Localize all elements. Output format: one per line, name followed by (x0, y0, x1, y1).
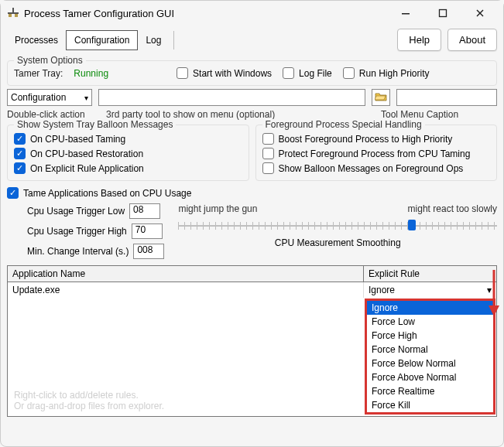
rules-grid[interactable]: Application Name Explicit Rule Update.ex… (7, 265, 497, 417)
balloon-cpu-restoration-checkbox[interactable]: On CPU-based Restoration (14, 148, 242, 159)
close-button[interactable] (469, 4, 491, 22)
foreground-protect-checkbox[interactable]: Protect Foreground Process from CPU Tami… (262, 148, 491, 159)
chevron-down-icon: ▾ (84, 94, 88, 102)
dblclick-caption: Double-click action (7, 109, 100, 120)
system-options-legend: System Options (14, 55, 86, 66)
log-file-checkbox[interactable]: Log File (283, 67, 332, 79)
grid-header: Application Name Explicit Rule (8, 266, 496, 282)
slider-right-label: might react too slowly (408, 203, 497, 214)
titlebar: Process Tamer Configuration GUI (1, 1, 503, 26)
balloon-legend: Show System Tray Balloon Messages (14, 119, 176, 130)
svg-rect-3 (15, 14, 18, 17)
app-window: Process Tamer Configuration GUI Processe… (0, 0, 504, 447)
rule-select-value: Ignore (369, 285, 395, 295)
log-file-label: Log File (299, 68, 332, 79)
svg-rect-4 (402, 13, 410, 15)
tab-configuration[interactable]: Configuration (66, 30, 138, 50)
rule-option-force-low[interactable]: Force Low (367, 315, 493, 329)
tamer-tray-label: Tamer Tray: (14, 68, 63, 79)
smoothing-caption: CPU Measurement Smoothing (178, 237, 497, 248)
dblclick-action-select[interactable]: Configuration ▾ (7, 89, 92, 106)
caption-row: Double-click action 3rd party tool to sh… (7, 109, 497, 120)
rule-option-force-above-normal[interactable]: Force Above Normal (367, 370, 493, 384)
rule-option-ignore[interactable]: Ignore (367, 301, 493, 315)
maximize-button[interactable] (432, 4, 454, 22)
tame-master-checkbox[interactable]: Tame Applications Based on CPU Usage (7, 187, 191, 199)
browse-button[interactable] (372, 89, 390, 106)
svg-rect-1 (8, 12, 19, 14)
trigger-high-input[interactable]: 70 (132, 224, 163, 239)
min-interval-input[interactable]: 008 (133, 244, 164, 259)
col-application-name[interactable]: Application Name (8, 266, 364, 282)
start-with-windows-checkbox[interactable]: Start with Windows (177, 67, 272, 79)
menu-caption-input[interactable] (396, 89, 497, 106)
folder-open-icon (375, 91, 387, 104)
rule-option-force-below-normal[interactable]: Force Below Normal (367, 357, 493, 370)
help-button[interactable]: Help (397, 29, 441, 51)
min-interval-label: Min. Change Interval (s.) (27, 246, 129, 257)
slider-left-label: might jump the gun (178, 203, 257, 214)
rule-option-force-realtime[interactable]: Force Realtime (367, 384, 493, 398)
svg-rect-0 (12, 8, 14, 12)
rule-option-force-high[interactable]: Force High (367, 329, 493, 343)
grid-hint: Right-click to add/delete rules. Or drag… (14, 390, 164, 411)
app-icon (7, 7, 19, 19)
slider-thumb[interactable] (408, 220, 416, 230)
foreground-balloon-checkbox[interactable]: Show Balloon Messages on Foreground Ops (262, 162, 491, 174)
smoothing-slider[interactable] (178, 217, 497, 233)
run-high-priority-checkbox[interactable]: Run High Priority (343, 67, 430, 79)
tamer-tray-status: Running (74, 68, 108, 79)
trigger-high-label: Cpu Usage Trigger High (27, 226, 127, 237)
foreground-boost-checkbox[interactable]: Boost Foreground Process to High Priorit… (262, 133, 491, 145)
main-toolbar: Processes Configuration Log Help About (1, 26, 503, 57)
window-title: Process Tamer Configuration GUI (24, 8, 174, 19)
cell-application-name[interactable]: Update.exe (8, 282, 364, 298)
rule-option-force-kill[interactable]: Force Kill (367, 398, 493, 412)
foreground-legend: Foreground Process Special Handling (262, 119, 425, 130)
balloon-explicit-rule-checkbox[interactable]: On Explicit Rule Application (14, 162, 242, 174)
thirdparty-caption: 3rd party tool to show on menu (optional… (106, 109, 375, 120)
balloon-cpu-taming-checkbox[interactable]: On CPU-based Taming (14, 133, 242, 145)
run-high-priority-label: Run High Priority (359, 68, 430, 79)
tab-log[interactable]: Log (138, 31, 174, 49)
system-options-group: System Options Tamer Tray: Running Start… (7, 60, 497, 86)
table-row[interactable]: Update.exe Ignore ▾ (8, 282, 496, 298)
balloon-messages-group: Show System Tray Balloon Messages On CPU… (7, 125, 249, 181)
menu-caption-caption: Tool Menu Caption (381, 109, 497, 120)
trigger-low-input[interactable]: 08 (129, 203, 160, 219)
tool-path-input[interactable] (98, 89, 365, 106)
svg-rect-5 (440, 10, 447, 17)
about-button[interactable]: About (447, 29, 497, 51)
dblclick-action-value: Configuration (11, 92, 66, 103)
tabs: Processes Configuration Log (7, 30, 174, 50)
tame-section: Tame Applications Based on CPU Usage Cpu… (7, 187, 497, 259)
tab-processes[interactable]: Processes (7, 31, 66, 49)
rule-option-force-normal[interactable]: Force Normal (367, 343, 493, 357)
chevron-down-icon: ▾ (487, 285, 492, 295)
minimize-button[interactable] (395, 4, 417, 22)
foreground-group: Foreground Process Special Handling Boos… (255, 125, 498, 181)
start-with-windows-label: Start with Windows (193, 68, 272, 79)
svg-rect-2 (9, 14, 12, 17)
rule-dropdown[interactable]: Ignore Force Low Force High Force Normal… (365, 299, 495, 415)
col-explicit-rule[interactable]: Explicit Rule (364, 266, 496, 282)
rule-select[interactable]: Ignore ▾ (364, 283, 496, 297)
trigger-low-label: Cpu Usage Trigger Low (27, 206, 125, 217)
